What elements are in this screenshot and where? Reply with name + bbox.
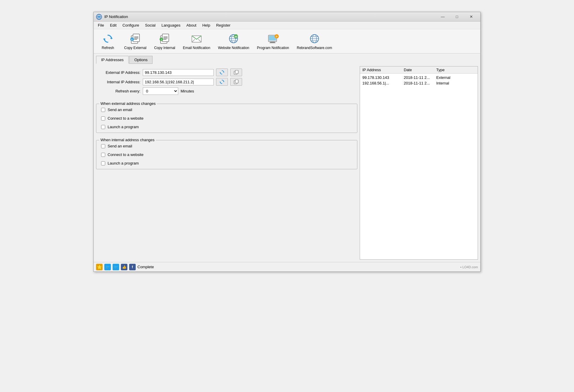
row0-ip: 99.178.130.143 (362, 75, 404, 80)
close-button[interactable]: ✕ (464, 12, 478, 22)
table-row[interactable]: 99.178.130.143 2018-11-11 2... External (362, 75, 475, 80)
copy-internal-label: Copy Internal (154, 46, 175, 50)
col-header-date: Date (404, 68, 436, 72)
fields-section: External IP Address: (96, 66, 357, 100)
internal-copy-button[interactable] (230, 78, 242, 86)
int-program-checkbox[interactable] (101, 161, 105, 165)
tab-ip-addresses[interactable]: IP Addresses (96, 56, 129, 64)
ext-website-checkbox[interactable] (101, 116, 105, 121)
svg-rect-45 (235, 70, 238, 74)
maximize-button[interactable]: □ (450, 12, 464, 22)
menu-register[interactable]: Register (213, 22, 233, 28)
lo4d-watermark: ▪ LO4D.com (460, 265, 478, 269)
svg-marker-5 (110, 37, 113, 39)
facebook-like-icon[interactable]: 👍 (121, 264, 127, 270)
menu-languages[interactable]: Languages (158, 22, 183, 28)
internal-ip-label: Internal IP Address: (96, 80, 140, 84)
email-notification-label: Email Notification (183, 46, 210, 50)
external-group-box: When external address changes Send an em… (96, 104, 357, 133)
refresh-every-label: Refresh every: (96, 89, 140, 93)
table-row[interactable]: 192.168.56.1|... 2018-11-11 2... Interna… (362, 80, 475, 86)
internal-ip-input[interactable] (143, 79, 214, 85)
svg-rect-15 (162, 34, 169, 42)
website-notification-button[interactable]: W Website Notification (215, 31, 252, 51)
minutes-label: Minutes (181, 89, 194, 93)
facebook-icon[interactable]: f (129, 264, 136, 270)
int-website-row: Connect to a website (101, 152, 352, 157)
menu-bar: File Edit Configure Social Languages Abo… (94, 22, 480, 29)
svg-rect-33 (270, 42, 275, 43)
row1-ip: 192.168.56.1|... (362, 81, 404, 85)
status-bar: ⭐ 🐦 🐦 👍 f Complete ▪ LO4D.com (94, 262, 480, 271)
external-copy-button[interactable] (230, 69, 242, 76)
main-window: IP Notification — □ ✕ File Edit Configur… (93, 12, 481, 272)
table-body: 99.178.130.143 2018-11-11 2... External … (360, 74, 478, 259)
refresh-button[interactable]: Refresh (96, 31, 120, 51)
external-ip-input[interactable] (143, 69, 214, 76)
ext-website-row: Connect to a website (101, 116, 352, 121)
internal-group-box: When internal address changes Send an em… (96, 140, 357, 169)
ext-website-label[interactable]: Connect to a website (108, 116, 143, 121)
program-notification-label: Program Notification (257, 46, 289, 50)
ip-history-table: IP Address Date Type 99.178.130.143 2018… (360, 66, 478, 260)
rebrand-icon (308, 32, 321, 45)
ext-email-checkbox[interactable] (101, 108, 105, 112)
svg-text:I: I (161, 38, 162, 41)
program-notification-button[interactable]: P Program Notification (254, 31, 292, 51)
int-email-row: Send an email (101, 144, 352, 148)
refresh-icon (102, 32, 114, 45)
menu-edit[interactable]: Edit (107, 22, 119, 28)
table-header: IP Address Date Type (360, 66, 478, 74)
menu-help[interactable]: Help (199, 22, 213, 28)
title-bar: IP Notification — □ ✕ (94, 12, 480, 22)
window-title: IP Notification (104, 14, 436, 19)
star-icon[interactable]: ⭐ (96, 264, 103, 270)
menu-configure[interactable]: Configure (119, 22, 142, 28)
main-panel: External IP Address: (96, 66, 478, 260)
row1-type: Internal (436, 81, 475, 85)
ext-email-row: Send an email (101, 108, 352, 112)
ext-email-label[interactable]: Send an email (108, 108, 132, 112)
external-group-title: When external address changes (99, 101, 157, 106)
email-notification-button[interactable]: Email Notification (180, 31, 214, 51)
program-notification-icon: P (267, 32, 279, 45)
twitter-icon-2[interactable]: 🐦 (113, 264, 119, 270)
int-program-row: Launch a program (101, 161, 352, 165)
internal-refresh-button[interactable] (216, 78, 228, 86)
copy-external-label: Copy External (124, 46, 146, 50)
minimize-button[interactable]: — (436, 12, 450, 22)
col-header-ip: IP Address (362, 68, 404, 72)
menu-about[interactable]: About (184, 22, 200, 28)
svg-marker-6 (103, 39, 106, 40)
website-notification-icon: W (227, 32, 240, 45)
int-website-label[interactable]: Connect to a website (108, 152, 143, 157)
menu-social[interactable]: Social (142, 22, 158, 28)
refresh-row: Refresh every: 0 1 5 10 30 60 Minutes (96, 87, 357, 95)
status-text: Complete (137, 265, 154, 269)
left-panel: External IP Address: (96, 66, 357, 260)
copy-external-button[interactable]: E Copy External (121, 31, 150, 51)
svg-text:E: E (131, 38, 133, 41)
svg-rect-8 (133, 34, 140, 42)
twitter-icon-1[interactable]: 🐦 (104, 264, 111, 270)
int-website-checkbox[interactable] (101, 153, 105, 157)
content-area: IP Addresses Options External IP Address… (94, 53, 480, 262)
window-controls: — □ ✕ (436, 12, 478, 22)
external-refresh-button[interactable] (216, 69, 228, 76)
copy-internal-button[interactable]: I Copy Internal (151, 31, 178, 51)
ext-program-label[interactable]: Launch a program (108, 125, 139, 129)
menu-file[interactable]: File (95, 22, 107, 28)
tab-bar: IP Addresses Options (96, 56, 478, 64)
rebrand-button[interactable]: RebrandSoftware.com (294, 31, 335, 51)
svg-rect-34 (270, 43, 275, 43)
svg-point-4 (98, 16, 100, 18)
internal-ip-row: Internal IP Address: (96, 78, 357, 86)
int-email-label[interactable]: Send an email (108, 144, 132, 148)
int-email-checkbox[interactable] (101, 144, 105, 148)
svg-rect-49 (235, 80, 238, 83)
refresh-every-select[interactable]: 0 1 5 10 30 60 (143, 87, 178, 95)
svg-text:W: W (235, 35, 237, 38)
tab-options[interactable]: Options (129, 56, 153, 64)
ext-program-checkbox[interactable] (101, 125, 105, 129)
int-program-label[interactable]: Launch a program (108, 161, 139, 165)
